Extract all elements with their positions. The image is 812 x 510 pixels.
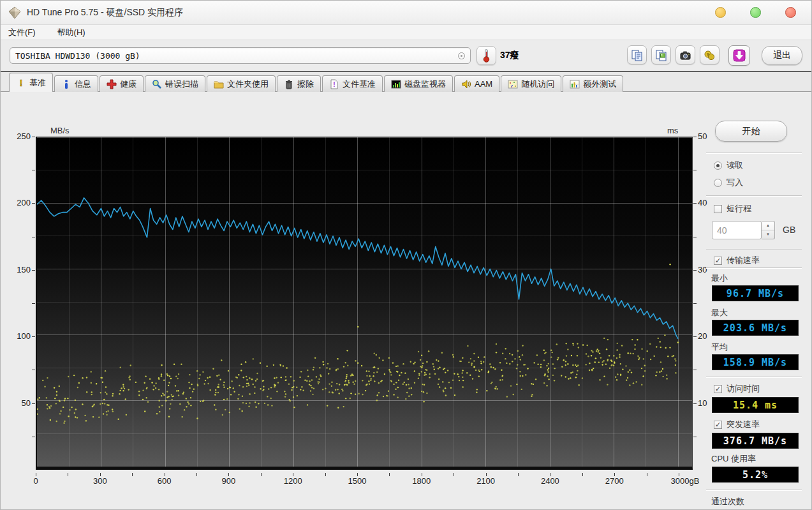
tab-extra-tests[interactable]: 额外测试 [563,75,623,92]
tab-file-benchmark[interactable]: !文件基准 [322,75,383,92]
y-axis-tick [693,370,697,370]
screenshot-button[interactable] [675,45,695,64]
x-axis-tick [422,473,422,476]
x-axis-tick [614,473,615,476]
gb-unit-label: GB [783,225,795,235]
x-axis-tick [582,473,583,476]
x-axis-tick [165,473,165,476]
burst-rate-checkbox[interactable] [714,421,722,429]
transfer-rate-checkbox[interactable] [714,257,722,265]
tab-label: 基准 [29,77,46,89]
y-left-tick-label: 250 [5,131,31,141]
y-axis-tick [32,303,35,304]
maximize-button[interactable] [750,7,761,18]
window-title: HD Tune Pro 5.75 - 硬盘/SSD 实用程序 [27,7,183,19]
y-axis-tick [693,237,697,237]
y-axis-tick [32,237,35,237]
x-axis-tick [357,473,358,476]
separator [706,195,802,196]
svg-text:!: ! [333,81,335,88]
write-radio-row[interactable]: 写入 [714,177,743,188]
benchmark-chart: MB/sms2502001501005050403020100300600900… [1,92,702,509]
extra-tests-icon [570,79,580,89]
y-axis-tick [32,437,35,437]
coins-button[interactable]: $ [700,45,720,64]
y-left-axis-unit: MB/s [50,126,70,135]
read-radio[interactable] [714,161,722,170]
erase-icon [284,79,294,89]
separator [706,377,802,377]
max-label: 最大 [711,307,728,319]
max-value: 203.6 MB/s [712,320,799,336]
y-axis-tick [693,170,697,170]
short-stroke-row[interactable]: 短行程 [714,203,751,214]
y-left-tick-label: 200 [5,198,31,207]
y-left-tick-label: 150 [5,265,31,274]
tab-aam[interactable]: AAM [454,75,499,92]
x-axis-tick [679,473,679,476]
y-axis-tick [693,403,697,404]
app-icon [8,6,21,19]
x-axis-tick [454,473,454,476]
tab-folder-usage[interactable]: 文件夹使用 [207,75,276,92]
x-tick-label: 1200 [274,476,312,486]
tab-random-access[interactable]: 随机访问 [501,75,561,92]
access-time-row[interactable]: 访问时间 [714,383,760,394]
tab-bar: !基准信息健康错误扫描文件夹使用擦除!文件基准磁盘监视器AAM随机访问额外测试 [1,72,811,92]
tab-disk-monitor[interactable]: 磁盘监视器 [384,75,453,92]
menu-file[interactable]: 文件(F) [8,27,36,38]
app-window: HD Tune Pro 5.75 - 硬盘/SSD 实用程序 文件(F) 帮助(… [0,0,812,510]
dropdown-glyph-icon [458,52,465,59]
burst-rate-row[interactable]: 突发速率 [714,419,760,430]
screenshot-icon [679,49,691,61]
short-stroke-input[interactable]: 40 [712,221,762,239]
short-stroke-stepper[interactable]: ▲▼ [762,221,775,239]
tab-benchmark[interactable]: !基准 [9,73,53,92]
tab-label: 文件基准 [343,79,376,90]
y-axis-tick [693,437,697,437]
tab-health[interactable]: 健康 [100,75,144,92]
disk-monitor-icon [391,79,401,89]
x-axis-tick [132,473,133,476]
menu-help[interactable]: 帮助(H) [57,27,85,38]
benchmark-icon: ! [16,78,26,88]
short-stroke-checkbox[interactable] [714,205,722,213]
x-axis-tick [261,473,262,476]
read-label: 读取 [727,160,743,171]
x-axis-tick [518,473,519,476]
cpu-usage-value: 5.2% [712,467,799,483]
tab-error-scan[interactable]: 错误扫描 [145,75,205,92]
read-radio-row[interactable]: 读取 [714,160,743,171]
tab-label: 错误扫描 [165,79,198,90]
access-time-label: 访问时间 [727,383,760,394]
y-axis-tick [693,303,697,304]
tab-erase[interactable]: 擦除 [277,75,321,92]
tab-info[interactable]: 信息 [54,75,98,92]
stepper-down-icon[interactable]: ▼ [762,230,774,239]
transfer-rate-row[interactable]: 传输速率 [714,255,760,266]
start-button[interactable]: 开始 [715,121,787,142]
write-radio[interactable] [714,179,722,187]
info-icon [61,79,71,89]
tab-label: 健康 [120,79,137,90]
content-panel: MB/sms2502001501005050403020100300600900… [1,92,812,509]
minimize-button[interactable] [715,7,726,18]
exit-button[interactable]: 退出 [762,46,802,65]
file-benchmark-icon: ! [329,79,339,89]
temperature-button[interactable] [476,46,496,65]
access-time-checkbox[interactable] [714,385,722,393]
thermometer-icon [482,49,491,63]
menu-bar: 文件(F) 帮助(H) [1,25,811,40]
svg-text:!: ! [20,78,23,88]
x-tick-label: 3000gB [666,476,704,486]
copy-image-icon [655,49,667,61]
copy-text-button[interactable] [627,45,647,64]
drive-selector[interactable]: TOSHIBA HDWD130 (3000 gB) [10,47,471,64]
close-button[interactable] [785,7,796,18]
y-right-axis-unit: ms [667,126,678,135]
copy-image-button[interactable] [651,45,671,64]
stepper-up-icon[interactable]: ▲ [762,221,774,230]
download-button[interactable] [728,45,750,66]
x-tick-label: 2700 [595,476,633,486]
plot-canvas [37,137,692,467]
